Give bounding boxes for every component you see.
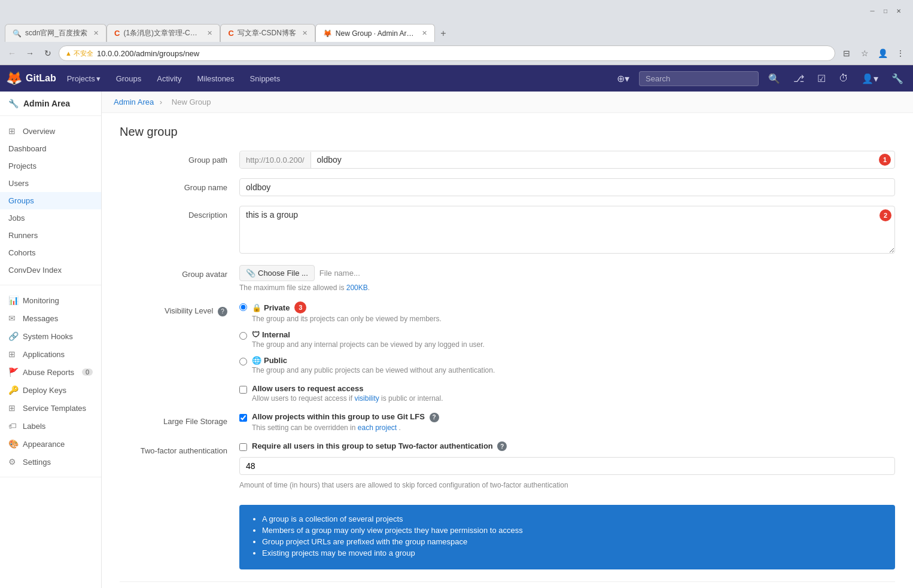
twofa-checkbox[interactable] [239,443,247,451]
messages-icon: ✉ [8,313,18,323]
visibility-radio-private[interactable] [239,303,247,311]
sidebar-item-users[interactable]: Users [0,175,101,192]
forward-btn[interactable]: → [23,46,37,60]
visibility-internal-title: 🛡 Internal [252,330,485,339]
nav-projects[interactable]: Projects▾ [62,72,105,86]
window-controls[interactable]: ─ □ ✕ [868,6,903,16]
lock-icon: 🔒 [252,303,261,312]
file-choose-area: 📎 Choose File ... File name... [239,265,895,281]
abuse-reports-icon: 🚩 [8,367,18,377]
description-badge: 2 [879,209,891,221]
tab-4-label: New Group · Admin Area · Git… [336,29,416,38]
twofa-help-icon[interactable]: ? [497,441,507,451]
tab-3[interactable]: C 写文章-CSDN博客 ✕ [220,24,315,42]
sidebar-item-appearance[interactable]: 🎨 Appearance [0,435,101,453]
tab-1-close[interactable]: ✕ [93,29,99,37]
avatar-label: Group avatar [120,265,239,279]
shield-icon: 🛡 [252,330,260,339]
bookmark-btn[interactable]: ☆ [857,45,872,61]
sidebar-item-settings[interactable]: ⚙ Settings [0,453,101,471]
visibility-badge: 3 [294,301,306,313]
globe-icon: 🌐 [252,356,261,365]
wrench-icon[interactable]: 🔧 [888,71,907,87]
visibility-radio-public[interactable] [239,358,247,365]
visibility-public-title: 🌐 Public [252,356,495,365]
search-icon-btn[interactable]: 🔍 [765,71,784,87]
url-bar[interactable]: ▲ 不安全 10.0.0.200/admin/groups/new [59,45,835,61]
sidebar-item-cohorts[interactable]: Cohorts [0,244,101,261]
tab-4[interactable]: 🦊 New Group · Admin Area · Git… ✕ [315,24,435,42]
nav-snippets[interactable]: Snippets [245,72,285,86]
tab-bar: 🔍 scdn官网_百度搜索 ✕ C (1条消息)文章管理-CSDN博客 ✕ C … [0,22,913,42]
new-item-btn[interactable]: ⊕▾ [613,71,633,87]
sidebar-item-dashboard[interactable]: Dashboard [0,140,101,157]
twofa-label: Two-factor authentication [120,441,239,455]
sidebar-item-labels[interactable]: 🏷 Labels [0,417,101,435]
reader-mode-btn[interactable]: ⊟ [839,45,854,61]
reload-btn[interactable]: ↻ [41,46,55,60]
breadcrumb-parent[interactable]: Admin Area [114,98,154,106]
info-box: A group is a collection of several proje… [239,505,895,569]
sidebar-item-applications[interactable]: ⊞ Applications [0,345,101,363]
visibility-help-icon[interactable]: ? [218,307,227,316]
wrench-sidebar-icon: 🔧 [8,99,19,108]
lfs-link[interactable]: each project [358,424,397,432]
todos-btn[interactable]: ☑ [814,71,829,87]
sidebar-item-runners[interactable]: Runners [0,227,101,244]
tab-3-close[interactable]: ✕ [302,29,308,37]
twofa-hours-desc: Amount of time (in hours) that users are… [239,481,895,489]
sidebar-item-messages[interactable]: ✉ Messages [0,309,101,327]
sidebar-item-system-hooks[interactable]: 🔗 System Hooks [0,327,101,345]
tab-2[interactable]: C (1条消息)文章管理-CSDN博客 ✕ [106,24,220,42]
menu-btn[interactable]: ⋮ [893,45,908,61]
sidebar-item-jobs[interactable]: Jobs [0,209,101,227]
sidebar-item-groups[interactable]: Groups [0,192,101,209]
visibility-radio-internal[interactable] [239,332,247,340]
sidebar-item-monitoring[interactable]: 📊 Monitoring [0,291,101,309]
group-path-input[interactable] [311,151,877,168]
user-avatar-btn[interactable]: 👤▾ [858,71,882,87]
tab-4-close[interactable]: ✕ [422,29,427,37]
request-access-label-col [120,384,239,389]
avatar-field: 📎 Choose File ... File name... The maxim… [239,265,895,292]
choose-file-btn[interactable]: 📎 Choose File ... [239,265,315,281]
gitlab-navbar: 🦊 GitLab Projects▾ Groups Activity Miles… [0,65,913,92]
issues-btn[interactable]: ⏱ [835,71,852,86]
back-btn[interactable]: ← [5,46,19,60]
group-name-input[interactable] [239,178,895,196]
overview-icon: ⊞ [8,126,18,136]
max-size-link[interactable]: 200KB [346,284,368,292]
account-btn[interactable]: 👤 [875,45,890,61]
sidebar: 🔧 Admin Area ⊞ Overview Dashboard Projec… [0,92,102,588]
visibility-private-desc: The group and its projects can only be v… [252,315,442,323]
tab-1[interactable]: 🔍 scdn官网_百度搜索 ✕ [5,24,106,42]
nav-milestones[interactable]: Milestones [192,72,239,86]
sidebar-item-deploy-keys[interactable]: 🔑 Deploy Keys [0,381,101,399]
global-search-input[interactable] [639,71,759,86]
tab-3-label: 写文章-CSDN博客 [238,28,296,38]
minimize-btn[interactable]: ─ [868,6,877,16]
page-body: New group Group path http://10.0.0.200/ … [102,113,913,588]
sidebar-item-abuse-reports[interactable]: 🚩 Abuse Reports 0 [0,363,101,381]
request-access-checkbox[interactable] [239,386,247,394]
sidebar-item-service-templates[interactable]: ⊞ Service Templates [0,399,101,417]
description-label: Description [120,206,239,220]
visibility-row: Visibility Level ? 🔒 Private 3 [120,301,895,374]
twofa-hours-input[interactable] [239,457,895,475]
lfs-help-icon[interactable]: ? [430,413,439,422]
tab-2-close[interactable]: ✕ [207,29,212,37]
security-indicator: ▲ 不安全 [65,49,93,58]
lfs-checkbox[interactable] [239,414,247,422]
info-bullet-3: Group project URLs are prefixed with the… [262,537,883,546]
nav-groups[interactable]: Groups [111,72,147,86]
description-input[interactable]: this is a group [239,206,895,254]
visibility-link[interactable]: visibility [354,394,379,403]
maximize-btn[interactable]: □ [881,6,890,16]
sidebar-item-convdev[interactable]: ConvDev Index [0,261,101,279]
tab-add-btn[interactable]: + [435,25,452,42]
close-btn[interactable]: ✕ [894,6,903,16]
deploy-keys-icon: 🔑 [8,385,18,395]
nav-activity[interactable]: Activity [152,72,186,86]
merge-requests-btn[interactable]: ⎇ [790,71,808,87]
sidebar-item-projects[interactable]: Projects [0,157,101,175]
